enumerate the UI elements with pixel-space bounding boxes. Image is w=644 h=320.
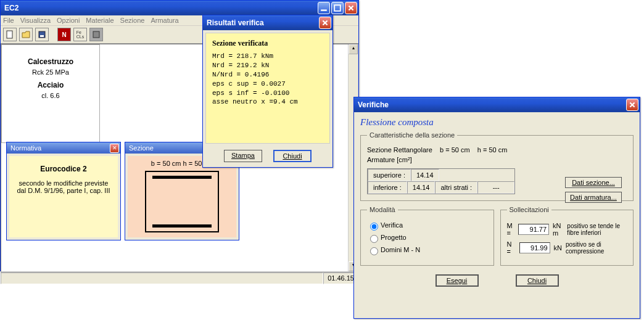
main-title: EC2 xyxy=(4,4,316,12)
risultati-header: Sezione verificata xyxy=(212,38,323,48)
toolbar-save-icon[interactable] xyxy=(35,28,49,41)
normativa-title: Normativa xyxy=(10,144,110,152)
normativa-text: secondo le modifiche previste dal D.M. 9… xyxy=(17,179,110,194)
menu-materiale[interactable]: Materiale xyxy=(86,17,114,24)
radio-domini-input[interactable] xyxy=(370,247,378,255)
risultati-body: Sezione verificata Mrd = 218.7 kNm Nrd =… xyxy=(205,33,330,144)
acciaio-heading: Acciaio xyxy=(7,81,94,89)
n-unit: kN xyxy=(554,244,562,252)
radio-progetto[interactable]: Progetto xyxy=(367,233,487,243)
verifiche-close-icon[interactable] xyxy=(626,99,638,111)
maximize-button[interactable] xyxy=(331,2,344,14)
normativa-close-icon[interactable]: ✕ xyxy=(110,144,119,153)
materiali-panel: Calcestruzzo Rck 25 MPa Acciaio cl. 6.6 xyxy=(1,44,100,143)
verifiche-body: Flessione composta Caratteristiche della… xyxy=(354,112,640,292)
risultati-titlebar[interactable]: Risultati verifica xyxy=(203,15,332,30)
radio-verifica-input[interactable] xyxy=(370,223,378,231)
arm-altri-value: --- xyxy=(477,181,514,194)
risultati-line-4: eps c sup = 0.0027 xyxy=(212,80,323,89)
calcestruzzo-heading: Calcestruzzo xyxy=(7,57,94,66)
toolbar-fecls-icon[interactable]: FeCLs xyxy=(73,28,87,41)
armature-table: superiore : 14.14 inferiore : 14.14 altr… xyxy=(367,168,515,194)
m-note: positivo se tende le fibre inferiori xyxy=(567,223,627,236)
table-row: inferiore : 14.14 altri strati : --- xyxy=(368,181,514,194)
risultati-button-row: Stampa Chiudi xyxy=(203,146,332,166)
svg-rect-2 xyxy=(7,31,12,38)
verifiche-heading: Flessione composta xyxy=(360,117,634,128)
menu-armatura[interactable]: Armatura xyxy=(151,17,178,24)
stampa-button[interactable]: Stampa xyxy=(224,150,262,162)
menu-visualizza[interactable]: Visualizza xyxy=(20,17,51,24)
section-rect-icon xyxy=(145,171,219,232)
svg-rect-5 xyxy=(93,31,99,38)
caratteristiche-legend: Caratteristiche della sezione xyxy=(367,131,457,139)
right-button-column: Dati sezione... Dati armatura... xyxy=(565,177,622,203)
radio-progetto-input[interactable] xyxy=(370,235,378,243)
toolbar-open-icon[interactable] xyxy=(19,28,33,41)
risultati-title: Risultati verifica xyxy=(207,18,318,27)
m-unit: kN m xyxy=(553,222,563,237)
normativa-panel: Normativa ✕ Eurocodice 2 secondo le modi… xyxy=(6,142,121,240)
risultati-line-5: eps s inf = -0.0100 xyxy=(212,89,323,98)
modalita-legend: Modalità xyxy=(367,206,398,213)
normativa-body: Eurocodice 2 secondo le modifiche previs… xyxy=(9,156,118,237)
verifiche-titlebar[interactable]: Verifiche xyxy=(354,97,640,112)
arm-inf-label: inferiore : xyxy=(368,181,407,194)
modalita-fieldset: Modalità Verifica Progetto Domini M - N xyxy=(360,206,494,266)
n-input[interactable] xyxy=(519,242,550,253)
risultati-line-1: Nrd = 219.2 kN xyxy=(212,61,323,70)
calcestruzzo-value: Rck 25 MPa xyxy=(7,68,94,76)
dati-armatura-button[interactable]: Dati armatura... xyxy=(565,192,622,203)
arm-sup-label: superiore : xyxy=(368,169,411,181)
armature-label: Armature [cm²] xyxy=(367,156,627,163)
n-label: N = xyxy=(507,240,516,255)
arm-sup-value: 14.14 xyxy=(411,169,439,181)
risultati-line-6: asse neutro x =9.4 cm xyxy=(212,97,323,107)
minimize-button[interactable] xyxy=(318,2,330,14)
toolbar-new-icon[interactable] xyxy=(3,28,17,41)
acciaio-value: cl. 6.6 xyxy=(7,92,94,99)
verifiche-chiudi-button[interactable]: Chiudi xyxy=(516,274,559,287)
sezione-line: Sezione Rettangolare b = 50 cm h = 50 cm xyxy=(367,146,627,154)
normativa-titlebar[interactable]: Normativa ✕ xyxy=(7,142,120,154)
menu-sezione[interactable]: Sezione xyxy=(120,17,145,24)
toolbar-section-icon[interactable] xyxy=(89,28,103,41)
risultati-close-icon[interactable] xyxy=(319,17,331,29)
m-label: M = xyxy=(507,222,515,237)
scrollbar-up-icon[interactable]: ▴ xyxy=(349,44,358,54)
radio-verifica[interactable]: Verifica xyxy=(367,221,487,231)
statusbar-spacer xyxy=(1,273,323,284)
risultati-line-0: Mrd = 218.7 kNm xyxy=(212,52,323,61)
sollecitazioni-fieldset: Sollecitazioni M = kN m positivo se tend… xyxy=(500,206,634,266)
verifiche-title: Verifiche xyxy=(358,101,625,109)
risultati-line-2: N/Nrd = 0.4196 xyxy=(212,70,323,80)
materiali-body: Calcestruzzo Rck 25 MPa Acciaio cl. 6.6 xyxy=(2,45,99,104)
n-note: positivo se di compressione xyxy=(566,241,627,255)
caratteristiche-fieldset: Caratteristiche della sezione Sezione Re… xyxy=(360,131,634,201)
arm-inf-value: 14.14 xyxy=(407,181,436,194)
sollecitazioni-legend: Sollecitazioni xyxy=(507,206,551,213)
close-button[interactable] xyxy=(345,2,357,14)
chiudi-button[interactable]: Chiudi xyxy=(273,150,312,162)
svg-rect-1 xyxy=(334,5,341,11)
main-titlebar[interactable]: EC2 xyxy=(1,1,358,15)
verifiche-dialog: Verifiche Flessione composta Caratterist… xyxy=(353,97,640,319)
svg-rect-4 xyxy=(40,35,44,37)
esegui-button[interactable]: Esegui xyxy=(436,274,479,287)
m-input[interactable] xyxy=(518,224,549,235)
toolbar-n-icon[interactable]: N xyxy=(57,28,71,41)
menu-opzioni[interactable]: Opzioni xyxy=(57,17,80,24)
verifiche-button-row: Esegui Chiudi xyxy=(360,271,634,288)
table-row: superiore : 14.14 xyxy=(368,169,514,181)
dati-sezione-button[interactable]: Dati sezione... xyxy=(565,177,622,188)
radio-domini[interactable]: Domini M - N xyxy=(367,245,487,255)
svg-rect-0 xyxy=(321,9,327,10)
arm-altri-label: altri strati : xyxy=(435,181,477,194)
statusbar: 01.46.15 xyxy=(1,272,358,284)
menu-file[interactable]: File xyxy=(3,17,14,24)
risultati-dialog: Risultati verifica Sezione verificata Mr… xyxy=(202,15,333,168)
sezione-body: b = 50 cm h = 50 cm xyxy=(128,156,236,237)
normativa-heading: Eurocodice 2 xyxy=(14,165,113,173)
